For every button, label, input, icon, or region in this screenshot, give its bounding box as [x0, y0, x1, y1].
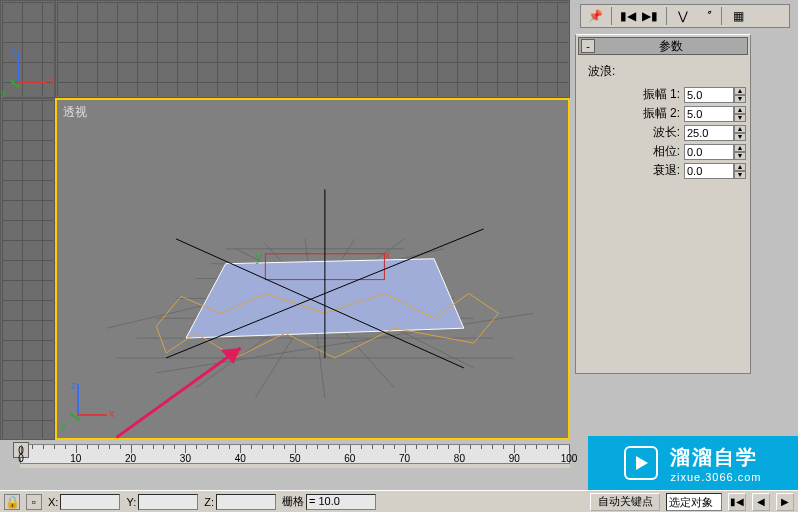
spinner-up-icon[interactable]: ▲: [734, 144, 746, 152]
time-minor-tick: [558, 445, 559, 449]
param-spinner[interactable]: ▲▼: [684, 163, 746, 179]
time-minor-tick: [394, 445, 395, 449]
spinner-up-icon[interactable]: ▲: [734, 106, 746, 114]
rollout-body: 波浪: 振幅 1:▲▼振幅 2:▲▼波长:▲▼相位:▲▼衰退:▲▼: [576, 57, 750, 185]
x-label: X:: [48, 496, 58, 508]
axis-x: [77, 414, 107, 416]
z-input[interactable]: [216, 494, 276, 510]
time-minor-tick: [251, 445, 252, 449]
spinner-up-icon[interactable]: ▲: [734, 163, 746, 171]
time-tick: [295, 445, 296, 453]
prev-key-icon[interactable]: ▮◀: [618, 6, 638, 26]
param-label: 振幅 1:: [630, 86, 680, 103]
param-spinner[interactable]: ▲▼: [684, 144, 746, 160]
time-tick-label: 60: [344, 453, 355, 464]
separator: [611, 7, 612, 25]
param-row: 振幅 2:▲▼: [586, 105, 746, 122]
time-minor-tick: [153, 445, 154, 449]
time-minor-tick: [547, 445, 548, 449]
viewport-top-left[interactable]: z x y: [0, 0, 55, 98]
axis-z: [17, 51, 19, 81]
rollout-title: 参数: [595, 38, 747, 55]
selection-lock-icon[interactable]: ▫: [26, 494, 42, 510]
time-minor-tick: [328, 445, 329, 449]
separator: [721, 7, 722, 25]
lock-icon[interactable]: 🔒: [4, 494, 20, 510]
spinner-up-icon[interactable]: ▲: [734, 125, 746, 133]
spinner-down-icon[interactable]: ▼: [734, 95, 746, 103]
viewport-perspective[interactable]: 透视: [55, 98, 570, 440]
axis-y-label: y: [61, 420, 66, 431]
time-tick: [350, 445, 351, 453]
time-tick: [21, 445, 22, 453]
separator: [666, 7, 667, 25]
time-minor-tick: [142, 445, 143, 449]
time-minor-tick: [284, 445, 285, 449]
grid: [57, 2, 568, 96]
spinner-down-icon[interactable]: ▼: [734, 114, 746, 122]
svg-line-19: [117, 348, 241, 437]
y-input[interactable]: [138, 494, 198, 510]
param-input[interactable]: [684, 106, 734, 122]
spinner-down-icon[interactable]: ▼: [734, 152, 746, 160]
time-tick: [131, 445, 132, 453]
viewport-top-right[interactable]: [55, 0, 570, 98]
time-minor-tick: [481, 445, 482, 449]
filter-icon[interactable]: ް: [695, 6, 715, 26]
rollout-header[interactable]: - 参数: [578, 37, 748, 55]
time-minor-tick: [525, 445, 526, 449]
time-minor-tick: [536, 445, 537, 449]
selection-mode[interactable]: 选定对象: [666, 493, 722, 511]
param-spinner[interactable]: ▲▼: [684, 106, 746, 122]
prev-frame-icon[interactable]: ◀: [752, 493, 770, 511]
pin-icon[interactable]: 📌: [585, 6, 605, 26]
time-minor-tick: [492, 445, 493, 449]
param-input[interactable]: [684, 87, 734, 103]
spinner-down-icon[interactable]: ▼: [734, 171, 746, 179]
param-spinner[interactable]: ▲▼: [684, 87, 746, 103]
time-ruler[interactable]: 0 0102030405060708090100: [20, 444, 570, 464]
time-minor-tick: [120, 445, 121, 449]
time-minor-tick: [383, 445, 384, 449]
time-minor-tick: [416, 445, 417, 449]
rollout-toggle-icon[interactable]: -: [581, 39, 595, 53]
viewport-bottom-left[interactable]: [0, 98, 55, 440]
param-label: 衰退:: [630, 162, 680, 179]
time-minor-tick: [32, 445, 33, 449]
config-icon[interactable]: ▦: [728, 6, 748, 26]
time-minor-tick: [65, 445, 66, 449]
axis-x-label: x: [109, 408, 114, 419]
spinner-up-icon[interactable]: ▲: [734, 87, 746, 95]
spinner-down-icon[interactable]: ▼: [734, 133, 746, 141]
play-icon[interactable]: ▶: [776, 493, 794, 511]
group-label: 波浪:: [588, 63, 746, 80]
time-tick: [240, 445, 241, 453]
auto-key-button[interactable]: 自动关键点: [590, 493, 660, 511]
time-tick-label: 90: [509, 453, 520, 464]
time-minor-tick: [196, 445, 197, 449]
time-minor-tick: [174, 445, 175, 449]
time-tick-label: 10: [70, 453, 81, 464]
y-label: Y:: [126, 496, 136, 508]
time-tick: [405, 445, 406, 453]
time-minor-tick: [339, 445, 340, 449]
time-minor-tick: [262, 445, 263, 449]
param-row: 波长:▲▼: [586, 124, 746, 141]
grid: [2, 100, 53, 438]
annotation-arrow: [117, 348, 241, 437]
next-key-icon[interactable]: ▶▮: [640, 6, 660, 26]
gizmo-x-label: x: [384, 248, 390, 262]
gizmo-y-label: y: [255, 250, 261, 264]
param-label: 振幅 2:: [630, 105, 680, 122]
x-input[interactable]: [60, 494, 120, 510]
timeline[interactable]: 0 0102030405060708090100: [20, 444, 570, 468]
param-row: 相位:▲▼: [586, 143, 746, 160]
time-tick: [569, 445, 570, 453]
select-icon[interactable]: ⋁: [673, 6, 693, 26]
param-input[interactable]: [684, 163, 734, 179]
param-label: 波长:: [630, 124, 680, 141]
goto-start-icon[interactable]: ▮◀: [728, 493, 746, 511]
param-input[interactable]: [684, 144, 734, 160]
param-input[interactable]: [684, 125, 734, 141]
param-spinner[interactable]: ▲▼: [684, 125, 746, 141]
